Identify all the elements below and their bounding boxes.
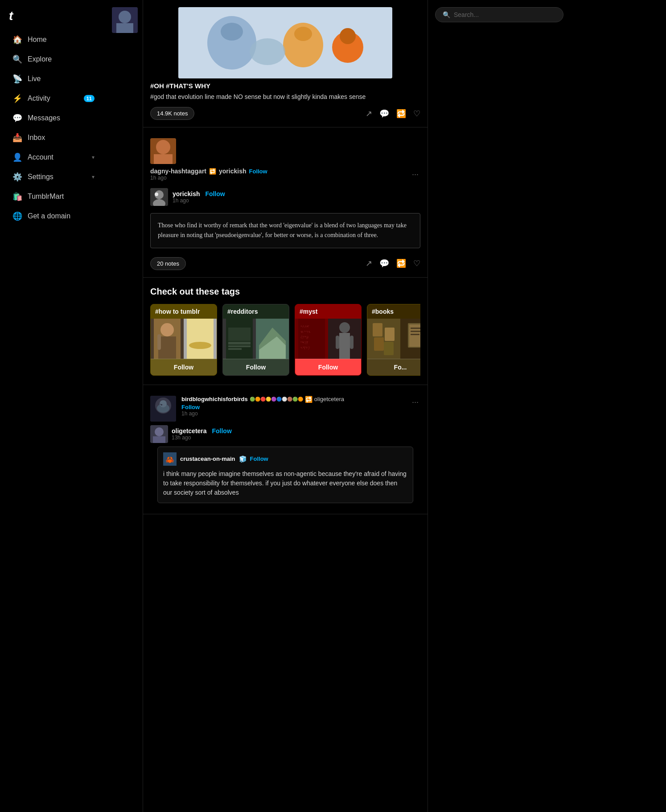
post-actions-2: 20 notes ↗ 💬 🔁 ♡ xyxy=(143,252,428,270)
follow-button-redditors[interactable]: Follow xyxy=(223,359,289,375)
sidebar-item-home[interactable]: 🏠 Home xyxy=(4,30,103,49)
nested-username: crustacean-on-main xyxy=(180,455,235,462)
action-icons-1: ↗ 💬 🔁 ♡ xyxy=(366,109,420,119)
svg-text:🦀: 🦀 xyxy=(165,455,174,464)
sidebar: t 🏠 Home 🔍 Explore 📡 Live ⚡ Activity 11 … xyxy=(0,0,107,812)
sidebar-item-tumblrmart[interactable]: 🛍️ TumblrMart xyxy=(4,187,103,206)
follow-button-books[interactable]: Fo... xyxy=(367,359,420,375)
reblog-icon-2[interactable]: 🔁 xyxy=(396,258,406,268)
post-actions-1: 14.9K notes ↗ 💬 🔁 ♡ xyxy=(143,102,428,120)
account-chevron-icon: ▾ xyxy=(92,154,95,160)
search-bar[interactable]: 🔍 Search... xyxy=(435,7,563,22)
follow-button-how-to-tumblr[interactable]: Follow xyxy=(151,359,217,375)
tag-images-how-to xyxy=(151,319,217,359)
svg-text:𐤈𐤉𐤊𐤋: 𐤈𐤉𐤊𐤋 xyxy=(300,335,308,339)
sidebar-item-settings[interactable]: ⚙️ Settings ▾ xyxy=(4,168,103,186)
sidebar-label-live: Live xyxy=(28,75,41,83)
svg-point-10 xyxy=(250,38,285,65)
svg-point-7 xyxy=(294,27,312,41)
notes-count-2: 20 xyxy=(157,260,163,267)
tag-name-how-to: #how to tumblr xyxy=(151,304,217,319)
sidebar-item-inbox[interactable]: 📥 Inbox xyxy=(4,128,103,147)
like-icon[interactable]: ♡ xyxy=(413,109,420,119)
sidebar-label-activity: Activity xyxy=(28,94,50,103)
comment-icon[interactable]: 💬 xyxy=(379,109,389,119)
sidebar-item-explore[interactable]: 🔍 Explore xyxy=(4,50,103,69)
sidebar-label-get-domain: Get a domain xyxy=(28,212,70,220)
svg-rect-21 xyxy=(157,334,161,350)
explore-icon: 🔍 xyxy=(12,54,22,64)
live-icon: 📡 xyxy=(12,74,22,84)
notes-label-2: notes xyxy=(165,260,179,267)
svg-rect-50 xyxy=(411,331,420,332)
action-icons-2: ↗ 💬 🔁 ♡ xyxy=(366,258,420,268)
svg-text:𐤄𐤅𐤆𐤇: 𐤄𐤅𐤆𐤇 xyxy=(300,330,310,334)
sidebar-item-account[interactable]: 👤 Account ▾ xyxy=(4,148,103,167)
reblog-icon[interactable]: 🔁 xyxy=(396,109,406,119)
tag-name-myst: #myst xyxy=(295,304,361,319)
svg-point-23 xyxy=(189,342,211,349)
sidebar-item-messages[interactable]: 💬 Messages xyxy=(4,109,103,127)
sidebar-item-live[interactable]: 📡 Live xyxy=(4,70,103,88)
notes-button-1[interactable]: 14.9K notes xyxy=(150,107,194,120)
post2-menu-icon[interactable]: ··· xyxy=(410,168,420,181)
tags-section: Check out these tags #how to tumblr xyxy=(143,278,428,385)
svg-rect-49 xyxy=(411,328,420,329)
svg-rect-38 xyxy=(339,333,350,359)
bird-inner-follow[interactable]: Follow xyxy=(212,427,231,435)
post-avatar-top xyxy=(112,7,138,33)
bird-inner-meta: oligetcetera Follow 13h ago xyxy=(172,427,232,441)
tag-card-myst: #myst 𐤀𐤁𐤂𐤃 𐤄𐤅𐤆𐤇 𐤈𐤉𐤊𐤋 𐤌𐤍𐤎𐤏 𐤐𐤑𐤒𐤓 xyxy=(295,304,362,376)
post2-inner-username: yorickish xyxy=(173,190,200,197)
bird-inner-header: oligetcetera Follow 13h ago xyxy=(150,425,420,443)
tag-img-redditors-2 xyxy=(256,319,289,359)
svg-rect-2 xyxy=(116,23,133,33)
bird-post-time: 1h ago xyxy=(181,410,405,417)
bird-follow-row: Follow xyxy=(181,404,405,410)
nested-follow-button[interactable]: Follow xyxy=(250,455,268,462)
post-image xyxy=(178,7,392,78)
bird-username: birdblogwhichisforbirds xyxy=(181,396,248,402)
post2-inner-meta: yorickish Follow 1h ago xyxy=(173,190,225,204)
tag-img-how-to-2 xyxy=(184,319,217,359)
post2-inner-avatar xyxy=(150,188,168,206)
tag-card-books: #books xyxy=(367,304,420,376)
reblog-original-username: yorickish xyxy=(219,168,246,175)
like-icon-2[interactable]: ♡ xyxy=(413,258,420,268)
svg-rect-44 xyxy=(385,328,395,341)
tag-img-books-2 xyxy=(400,319,420,359)
follow-button-myst[interactable]: Follow xyxy=(295,359,361,375)
post2-inner-header: yorickish Follow 1h ago xyxy=(143,185,428,209)
follow-button-post2[interactable]: Follow xyxy=(249,168,267,175)
bird-follow-button[interactable]: Follow xyxy=(181,404,200,410)
tag-img-myst-1: 𐤀𐤁𐤂𐤃 𐤄𐤅𐤆𐤇 𐤈𐤉𐤊𐤋 𐤌𐤍𐤎𐤏 𐤐𐤑𐤒𐤓 xyxy=(295,319,328,359)
svg-rect-28 xyxy=(228,348,242,350)
comment-icon-2[interactable]: 💬 xyxy=(379,258,389,268)
share-icon[interactable]: ↗ xyxy=(366,109,372,119)
tag-img-how-to-1 xyxy=(151,319,184,359)
tag-images-redditors xyxy=(223,319,289,359)
bird-reposted-by: oligetcetera xyxy=(314,396,344,402)
svg-point-9 xyxy=(340,28,356,44)
post-card-1: #OH #THAT'S WHY #god that evolution line… xyxy=(143,0,428,127)
tag-card-how-to-tumblr: #how to tumblr xyxy=(150,304,217,376)
bird-verified-badges: 🟢🟠🔴🟡🟣🔵⚪🟤🟢🟠 xyxy=(250,397,303,402)
bird-post-menu-icon[interactable]: ··· xyxy=(410,396,420,409)
bird-reblog-icon: 🔁 xyxy=(305,396,312,403)
sidebar-item-activity[interactable]: ⚡ Activity 11 xyxy=(4,89,103,108)
notes-button-2[interactable]: 20 notes xyxy=(150,257,186,270)
svg-rect-51 xyxy=(411,334,419,335)
follow-button-inner[interactable]: Follow xyxy=(205,190,225,197)
post-text-content: #OH #THAT'S WHY #god that evolution line… xyxy=(143,82,428,102)
right-panel: 🔍 Search... xyxy=(428,0,571,812)
avatar-column xyxy=(107,0,143,812)
svg-point-1 xyxy=(119,11,131,23)
svg-rect-22 xyxy=(187,319,214,359)
reblog-from-username: dagny-hashtaggart xyxy=(150,168,206,175)
share-icon-2[interactable]: ↗ xyxy=(366,258,372,268)
post-card-bird: birdblogwhichisforbirds 🟢🟠🔴🟡🟣🔵⚪🟤🟢🟠 🔁 oli… xyxy=(143,385,428,514)
tag-img-redditors-1 xyxy=(223,319,256,359)
svg-point-55 xyxy=(160,400,167,407)
sidebar-item-get-domain[interactable]: 🌐 Get a domain xyxy=(4,207,103,226)
svg-point-12 xyxy=(156,140,170,154)
